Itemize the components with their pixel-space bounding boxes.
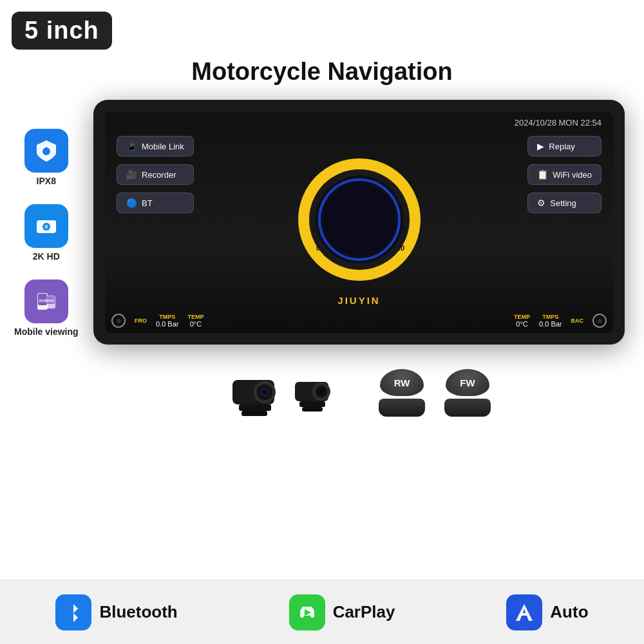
sensor-temp-left: TEMP 0°C: [187, 314, 204, 328]
auto-feature: Auto: [506, 594, 588, 630]
svg-rect-32: [242, 411, 267, 416]
setting-btn[interactable]: ⚙ Setting: [527, 193, 601, 213]
brand-name: JIUYIN: [337, 295, 380, 306]
bt-label: BT: [142, 198, 153, 208]
carplay-label: CarPlay: [333, 602, 395, 622]
2khd-icon-box: [24, 204, 68, 248]
bt-icon: 🔵: [126, 198, 137, 208]
sensor-tmps-left: TMPS 0.0 Bar: [156, 314, 178, 328]
bluetooth-icon-box: [55, 594, 91, 630]
feature-2khd: 2K HD: [24, 204, 68, 261]
bluetooth-label: Bluetooth: [99, 602, 177, 622]
wheel-left-icon: ⊙: [111, 314, 126, 328]
svg-text:DVR: DVR: [47, 299, 54, 303]
mobile-icon-box: DVR DVR: [24, 279, 68, 323]
bt-btn[interactable]: 🔵 BT: [117, 193, 194, 213]
svg-rect-37: [299, 401, 325, 407]
sensor-caps: RW FW: [379, 369, 491, 417]
bottom-bar: Bluetooth CarPlay Auto: [0, 580, 644, 644]
setting-label: Setting: [550, 198, 576, 208]
camera-icon: [34, 214, 59, 238]
wheel-right-icon: ⊙: [592, 314, 607, 328]
sensor-bac: BAC: [571, 317, 584, 324]
carplay-icon: [295, 600, 319, 625]
android-auto-icon: [512, 600, 536, 625]
svg-text:1: 1: [312, 225, 316, 232]
accessories-row: RW FW: [93, 367, 625, 419]
feature-ipx8: IPX8: [24, 129, 68, 186]
cap-fw-top: FW: [446, 369, 489, 396]
camera-1: [227, 367, 285, 419]
cap-rw-top: RW: [380, 369, 424, 396]
mobile-link-btn[interactable]: 📱 Mobile Link: [117, 136, 194, 156]
camera1-svg: [227, 367, 285, 419]
recorder-label: Recorder: [142, 170, 176, 180]
replay-icon: ▶: [537, 141, 544, 151]
auto-label: Auto: [550, 602, 588, 622]
menu-right: ▶ Replay 📋 WiFi video ⚙ Setting: [527, 136, 601, 213]
svg-text:0: 0: [316, 244, 319, 252]
bluetooth-icon: [62, 601, 84, 623]
carplay-icon-box: [289, 594, 325, 630]
speedo-svg: 0 1 2 3 4 5 6 7 8 9 10: [295, 155, 424, 284]
setting-icon: ⚙: [537, 198, 545, 208]
svg-text:9: 9: [402, 225, 406, 232]
svg-point-41: [310, 614, 314, 618]
main-title: Motorcycle Navigation: [0, 58, 644, 86]
dvr-icon: DVR DVR: [34, 289, 59, 314]
sensor-cap-fw: FW: [444, 369, 491, 417]
size-badge: 5 inch: [12, 12, 112, 50]
sensor-cap-rw: RW: [379, 369, 425, 417]
svg-text:10: 10: [396, 244, 404, 252]
svg-point-40: [300, 614, 304, 618]
2khd-label: 2K HD: [33, 251, 60, 261]
auto-icon-box: [506, 594, 542, 630]
recorder-btn[interactable]: 🎥 Recorder: [117, 164, 194, 185]
sensor-fro: FRO: [135, 317, 147, 324]
replay-label: Replay: [549, 142, 574, 151]
device-frame: 2024/10/28 MON 22:54 📱 Mobile Link 🎥 Rec…: [93, 100, 625, 345]
feature-mobile: DVR DVR Mobile viewing: [14, 279, 79, 337]
screen: 2024/10/28 MON 22:54 📱 Mobile Link 🎥 Rec…: [105, 111, 613, 333]
shield-water-icon: [34, 138, 59, 163]
cap-fw-body: [444, 399, 491, 417]
ipx8-label: IPX8: [37, 176, 56, 186]
mobile-link-icon: 📱: [126, 141, 137, 151]
cap-rw-body: [379, 399, 425, 417]
speedometer: 0 1 2 3 4 5 6 7 8 9 10: [295, 155, 424, 284]
svg-point-3: [44, 225, 48, 229]
mobile-label: Mobile viewing: [14, 327, 79, 337]
mobile-link-label: Mobile Link: [142, 142, 184, 151]
svg-point-36: [318, 388, 325, 395]
sensor-right: TEMP 0°C TMPS 0.0 Bar BAC ⊙: [514, 314, 607, 328]
wifi-video-label: WiFi video: [553, 170, 592, 180]
wifi-video-btn[interactable]: 📋 WiFi video: [527, 164, 601, 185]
camera2-svg: [292, 370, 340, 419]
carplay-feature: CarPlay: [289, 594, 395, 630]
sensor-tmps-right: TMPS 0.0 Bar: [539, 314, 562, 328]
svg-point-25: [323, 184, 395, 256]
wifi-video-icon: 📋: [537, 169, 548, 180]
bluetooth-feature: Bluetooth: [55, 594, 177, 630]
svg-rect-31: [239, 404, 271, 411]
svg-point-30: [262, 390, 267, 395]
replay-btn[interactable]: ▶ Replay: [527, 136, 601, 156]
menu-left: 📱 Mobile Link 🎥 Recorder 🔵 BT: [117, 136, 194, 213]
sensor-left: ⊙ FRO TMPS 0.0 Bar TEMP 0°C: [111, 314, 204, 328]
screen-datetime: 2024/10/28 MON 22:54: [515, 118, 601, 128]
sensor-row: ⊙ FRO TMPS 0.0 Bar TEMP 0°C TEMP 0°C: [111, 314, 607, 328]
svg-rect-38: [302, 407, 323, 412]
ipx8-icon-box: [24, 129, 68, 173]
camera-group: [227, 367, 340, 419]
sensor-temp-right: TEMP 0°C: [514, 314, 530, 328]
camera-2: [292, 370, 340, 419]
left-features: IPX8 2K HD DVR DVR Mobile viewing: [14, 129, 79, 337]
recorder-icon: 🎥: [126, 169, 137, 180]
